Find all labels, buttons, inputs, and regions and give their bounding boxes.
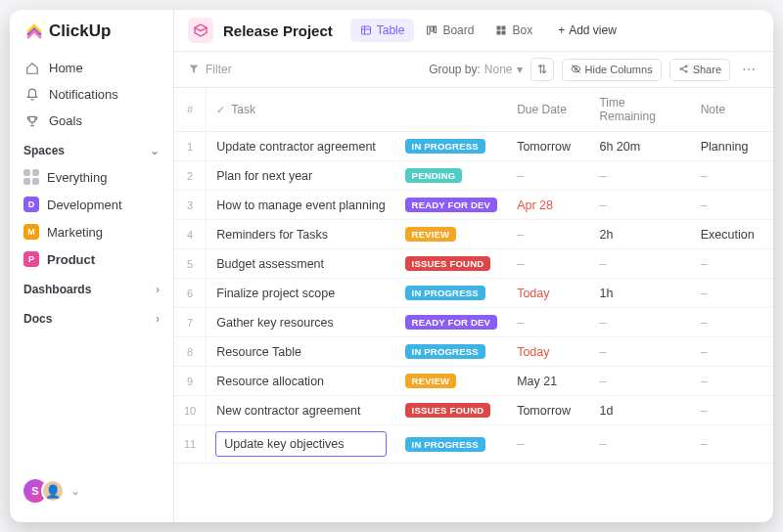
table-row[interactable]: 8Resource TableIN PROGRESSToday–– xyxy=(174,337,773,367)
view-tab-box[interactable]: Box xyxy=(485,19,542,42)
space-item-marketing[interactable]: MMarketing xyxy=(10,218,173,245)
task-title[interactable]: Plan for next year xyxy=(207,161,395,191)
table-row[interactable]: 1Update contractor agreementIN PROGRESST… xyxy=(174,132,773,161)
task-time-remaining[interactable]: – xyxy=(589,337,690,367)
view-tab-table[interactable]: Table xyxy=(350,19,415,42)
col-time[interactable]: Time Remaining xyxy=(589,88,690,132)
task-due[interactable]: May 21 xyxy=(507,367,589,396)
bell-icon xyxy=(25,88,39,102)
task-time-remaining[interactable]: – xyxy=(589,249,690,279)
task-title[interactable]: How to manage event planning xyxy=(207,191,395,220)
table-row[interactable]: 7Gather key resourcesREADY FOR DEV––– xyxy=(174,308,773,337)
task-due[interactable]: – xyxy=(507,308,589,337)
task-title[interactable]: Reminders for Tasks xyxy=(207,220,395,249)
spaces-header[interactable]: Spaces ⌄ xyxy=(10,134,173,163)
table-row[interactable]: 9Resource allocationREVIEWMay 21–– xyxy=(174,367,773,396)
view-tab-board[interactable]: Board xyxy=(416,19,484,42)
col-task[interactable]: ✓Task xyxy=(207,88,395,132)
task-due[interactable]: – xyxy=(507,161,589,191)
task-title[interactable]: Resource Table xyxy=(207,337,395,367)
task-note[interactable]: – xyxy=(691,249,773,279)
task-status[interactable]: IN PROGRESS xyxy=(395,425,508,464)
col-status[interactable] xyxy=(395,88,508,132)
share-button[interactable]: Share xyxy=(669,59,730,81)
task-due[interactable]: – xyxy=(507,425,589,464)
status-badge: ISSUES FOUND xyxy=(405,256,491,271)
task-note[interactable]: – xyxy=(691,308,773,337)
task-note[interactable]: – xyxy=(691,367,773,396)
task-title[interactable]: Update key objectives xyxy=(207,425,395,464)
task-note[interactable]: – xyxy=(691,396,773,425)
task-note[interactable]: – xyxy=(691,425,773,464)
nav-goals[interactable]: Goals xyxy=(18,108,165,134)
space-item-development[interactable]: DDevelopment xyxy=(10,191,173,218)
table-row[interactable]: 10New contractor agreementISSUES FOUNDTo… xyxy=(174,396,773,425)
table-row[interactable]: 3How to manage event planningREADY FOR D… xyxy=(174,191,773,220)
task-time-remaining[interactable]: – xyxy=(589,308,690,337)
task-note[interactable]: Planning xyxy=(691,132,773,161)
task-title[interactable]: Finalize project scope xyxy=(207,279,395,308)
task-note[interactable]: – xyxy=(691,337,773,367)
docs-link[interactable]: Docs › xyxy=(10,302,173,332)
add-view-button[interactable]: + Add view xyxy=(550,19,624,42)
table-row[interactable]: 6Finalize project scopeIN PROGRESSToday1… xyxy=(174,279,773,308)
task-time-remaining[interactable]: – xyxy=(589,425,690,464)
task-note[interactable]: Execution xyxy=(691,220,773,249)
task-status[interactable]: REVIEW xyxy=(395,220,508,249)
task-due[interactable]: – xyxy=(507,249,589,279)
task-due[interactable]: Tomorrow xyxy=(507,396,589,425)
task-status[interactable]: READY FOR DEV xyxy=(395,308,508,337)
table-row[interactable]: 2Plan for next yearPENDING––– xyxy=(174,161,773,191)
col-note[interactable]: Note xyxy=(691,88,773,132)
task-note[interactable]: – xyxy=(691,191,773,220)
task-time-remaining[interactable]: – xyxy=(589,191,690,220)
task-time-remaining[interactable]: 2h xyxy=(589,220,690,249)
task-time-remaining[interactable]: – xyxy=(589,367,690,396)
task-title[interactable]: Update contractor agreement xyxy=(207,132,395,161)
task-status[interactable]: ISSUES FOUND xyxy=(395,249,508,279)
task-status[interactable]: IN PROGRESS xyxy=(395,279,508,308)
nav-home[interactable]: Home xyxy=(18,55,165,81)
task-due[interactable]: Tomorrow xyxy=(507,132,589,161)
group-by-selector[interactable]: Group by: None ▾ xyxy=(429,63,522,76)
task-due[interactable]: Apr 28 xyxy=(507,191,589,220)
task-time-remaining[interactable]: 1d xyxy=(589,396,690,425)
nav-notifications[interactable]: Notifications xyxy=(18,81,165,108)
task-time-remaining[interactable]: 6h 20m xyxy=(589,132,690,161)
spaces-list: DDevelopmentMMarketingPProduct xyxy=(10,191,173,273)
task-title[interactable]: Resource allocation xyxy=(207,367,395,396)
hide-columns-button[interactable]: Hide Columns xyxy=(562,59,662,81)
task-title[interactable]: Budget assessment xyxy=(207,249,395,279)
task-title-input[interactable]: Update key objectives xyxy=(215,431,386,457)
col-due[interactable]: Due Date xyxy=(507,88,589,132)
table-row[interactable]: 11Update key objectivesIN PROGRESS––– xyxy=(174,425,773,464)
task-due[interactable]: – xyxy=(507,220,589,249)
more-menu-button[interactable]: ⋯ xyxy=(738,62,760,77)
task-status[interactable]: ISSUES FOUND xyxy=(395,396,508,425)
task-note[interactable]: – xyxy=(691,161,773,191)
task-due[interactable]: Today xyxy=(507,279,589,308)
table-row[interactable]: 4Reminders for TasksREVIEW–2hExecution xyxy=(174,220,773,249)
avatar[interactable]: 👤 xyxy=(41,479,65,503)
sort-button[interactable]: ⇅ xyxy=(530,58,554,81)
task-due[interactable]: Today xyxy=(507,337,589,367)
user-avatars[interactable]: S 👤 ⌄ xyxy=(10,471,173,510)
status-badge: IN PROGRESS xyxy=(405,437,485,452)
plus-icon: + xyxy=(558,23,565,37)
task-title[interactable]: Gather key resources xyxy=(207,308,395,337)
dashboards-link[interactable]: Dashboards › xyxy=(10,273,173,302)
filter-button[interactable]: Filter xyxy=(188,63,232,77)
space-everything[interactable]: Everything xyxy=(10,163,173,191)
task-note[interactable]: – xyxy=(691,279,773,308)
task-status[interactable]: REVIEW xyxy=(395,367,508,396)
task-status[interactable]: IN PROGRESS xyxy=(395,132,508,161)
table-row[interactable]: 5Budget assessmentISSUES FOUND––– xyxy=(174,249,773,279)
space-item-product[interactable]: PProduct xyxy=(10,245,173,273)
task-status[interactable]: IN PROGRESS xyxy=(395,337,508,367)
task-title[interactable]: New contractor agreement xyxy=(207,396,395,425)
task-time-remaining[interactable]: 1h xyxy=(589,279,690,308)
task-status[interactable]: PENDING xyxy=(395,161,508,191)
brand-logo[interactable]: ClickUp xyxy=(10,22,173,55)
task-time-remaining[interactable]: – xyxy=(589,161,690,191)
task-status[interactable]: READY FOR DEV xyxy=(395,191,508,220)
